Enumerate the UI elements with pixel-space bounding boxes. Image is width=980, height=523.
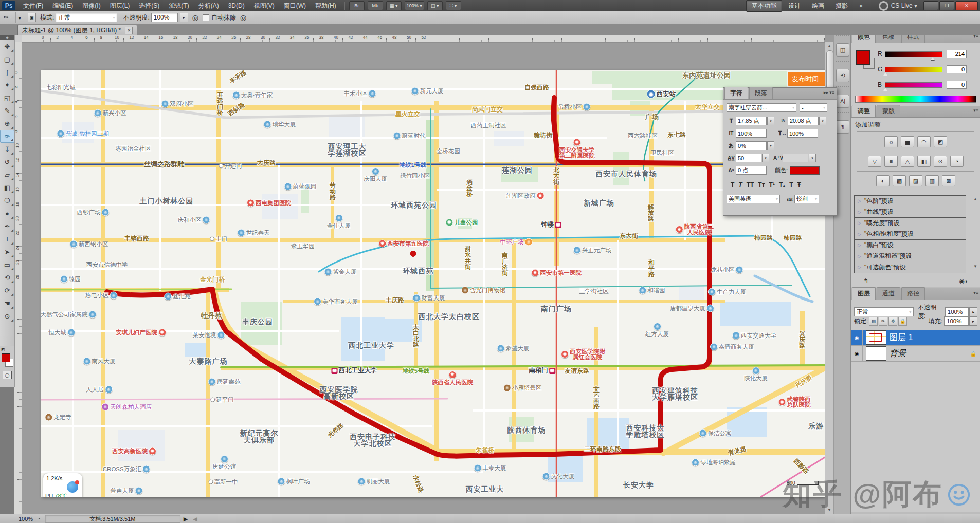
menu-帮助(H)[interactable]: 帮助(H) xyxy=(311,0,341,11)
lasso-tool[interactable]: ʃ◢ xyxy=(0,66,14,79)
hand-tool[interactable]: ☚◢ xyxy=(0,297,14,310)
expand-triangle-icon[interactable]: ▷ xyxy=(858,265,861,270)
blend-mode-select[interactable]: 正常▾ xyxy=(56,13,117,22)
adjustment-icon[interactable]: ▅ xyxy=(901,136,914,147)
preset-item[interactable]: ▷"通道混和器"预设 xyxy=(855,251,966,263)
layer-thumbnail[interactable] xyxy=(866,346,886,361)
quick-selection-tool[interactable]: ✦◢ xyxy=(0,79,14,91)
expand-triangle-icon[interactable]: ▷ xyxy=(858,242,861,248)
layer-name[interactable]: 背景 xyxy=(890,348,906,359)
slider-marker[interactable] xyxy=(883,72,887,76)
workspace-摄影[interactable]: 摄影 xyxy=(830,1,853,11)
type-style-small-caps[interactable]: Tт xyxy=(758,181,765,189)
3d-rotate-tool[interactable]: ⟲◢ xyxy=(0,271,14,284)
marquee-tool[interactable]: ▢◢ xyxy=(0,53,14,66)
appbar-icon-Br[interactable]: Br xyxy=(349,1,365,10)
layer-row-背景[interactable]: ◉背景🔒 xyxy=(851,346,980,362)
menu-选择(S)[interactable]: 选择(S) xyxy=(134,0,164,11)
preset-item[interactable]: ▷"可选颜色"预设 xyxy=(855,262,966,273)
slider-marker[interactable] xyxy=(883,88,887,91)
preset-item[interactable]: ▷"色阶"预设 xyxy=(855,196,966,207)
document-tab[interactable]: 未标题-1 @ 100% (图层 1, RGB/8) * ✕ xyxy=(17,25,137,35)
restore-button[interactable]: ❐ xyxy=(939,1,954,10)
panel-menu-icon[interactable]: ▾≡ xyxy=(973,290,978,295)
appbar-icon-Mb[interactable]: Mb xyxy=(368,1,383,10)
adjustment-icon[interactable]: ◔ xyxy=(950,156,964,167)
font-size-input[interactable]: 17.85 点 xyxy=(736,117,767,125)
menu-图像(I)[interactable]: 图像(I) xyxy=(78,0,105,11)
history-brush-tool[interactable]: ↺◢ xyxy=(0,156,14,169)
adjustment-icon[interactable]: ⊠ xyxy=(942,175,955,186)
vertical-scale-input[interactable]: 100% xyxy=(736,129,767,138)
canvas-pasteboard[interactable]: 七彩阳光城丰禾路⌂太奥·青年家⌂双府小区丰禾小区⌂⌂新元大厦西斜路开 远 门 桥… xyxy=(22,42,825,514)
brush-tool[interactable]: ✑◢ xyxy=(0,130,14,143)
adjust-tab-蒙版[interactable]: 蒙版 xyxy=(877,105,900,117)
workspace-绘画[interactable]: 绘画 xyxy=(807,1,829,11)
appbar-icon-100% ▾[interactable]: 100% ▾ xyxy=(405,1,424,10)
document-canvas-map[interactable]: 七彩阳光城丰禾路⌂太奥·青年家⌂双府小区丰禾小区⌂⌂新元大厦西斜路开 远 门 桥… xyxy=(41,70,825,497)
anti-alias-select[interactable]: 锐利▾ xyxy=(794,195,819,203)
toolbar-grip[interactable]: ◂▸ xyxy=(0,35,14,40)
language-select[interactable]: 美国英语▾ xyxy=(727,195,780,203)
expand-triangle-icon[interactable]: ▷ xyxy=(858,254,861,259)
3d-orbit-tool[interactable]: ⟳◢ xyxy=(0,284,14,297)
mini-bridge-icon[interactable]: ◫ xyxy=(836,43,849,57)
lock-icon[interactable]: ✑ xyxy=(879,317,887,326)
expand-triangle-icon[interactable]: ▷ xyxy=(858,210,861,215)
quick-mask-button[interactable]: ◯ xyxy=(3,371,12,379)
move-tool[interactable]: ✥◢ xyxy=(0,40,14,53)
foreground-color-swatch[interactable] xyxy=(2,353,10,362)
adjustment-icon[interactable]: ◠ xyxy=(917,136,931,147)
paragraph-panel-icon[interactable]: ¶ xyxy=(836,120,849,134)
expand-triangle-icon[interactable]: ▷ xyxy=(858,220,861,226)
channel-value-R[interactable]: 214 xyxy=(947,50,967,58)
menu-滤镜(T)[interactable]: 滤镜(T) xyxy=(164,0,193,11)
type-style-italic[interactable]: T xyxy=(738,181,742,189)
net-speed-widget[interactable]: 1.2K/s PU 78℃ xyxy=(43,473,82,497)
menu-窗口(W)[interactable]: 窗口(W) xyxy=(279,0,311,11)
menu-编辑(E)[interactable]: 编辑(E) xyxy=(48,0,78,11)
assistive-ball-icon[interactable] xyxy=(67,481,78,493)
tab-close-icon[interactable]: ✕ xyxy=(125,27,133,34)
layer-opacity-input[interactable]: 100% xyxy=(945,307,969,316)
opacity-slider-button[interactable]: ▸ xyxy=(180,13,188,22)
layer-blend-mode-select[interactable]: 正常▾ xyxy=(854,307,914,316)
close-button[interactable]: ✕ xyxy=(955,1,978,10)
eyedropper-tool[interactable]: ✎◢ xyxy=(0,104,14,117)
preset-item[interactable]: ▷"曝光度"预设 xyxy=(855,218,966,229)
expand-triangle-icon[interactable]: ▷ xyxy=(858,198,861,203)
preset-item[interactable]: ▷"黑白"预设 xyxy=(855,240,966,251)
workspace-设计[interactable]: 设计 xyxy=(783,1,806,11)
fill-slider-button[interactable]: ▸ xyxy=(969,316,977,326)
baseline-input[interactable]: 0 点 xyxy=(736,166,767,175)
adjust-tab-调整[interactable]: 调整 xyxy=(852,105,876,117)
minimize-button[interactable]: — xyxy=(923,1,938,10)
scroll-up-icon[interactable]: ▲ xyxy=(971,195,979,203)
preset-scrollbar[interactable]: ▲ ▼ xyxy=(971,195,979,270)
character-panel-icon[interactable]: A| xyxy=(836,95,849,108)
tracking-input[interactable]: 50 xyxy=(736,154,761,162)
type-style-all-caps[interactable]: TT xyxy=(747,181,754,189)
font-family-select[interactable]: 潮字社穿云箭...▾ xyxy=(727,103,796,112)
eraser-tool[interactable]: ▱◢ xyxy=(0,169,14,181)
text-color-swatch[interactable] xyxy=(790,166,820,175)
clone-stamp-tool[interactable]: ↧◢ xyxy=(0,143,14,156)
layers-tab-通道[interactable]: 通道 xyxy=(877,287,900,300)
opacity-slider-button[interactable]: ▸ xyxy=(969,307,977,316)
appbar-icon-▦ ▾[interactable]: ▦ ▾ xyxy=(386,1,402,10)
adjustment-icon[interactable]: ▩ xyxy=(893,175,906,186)
status-popup-arrow[interactable]: ▶ xyxy=(184,516,188,522)
airbrush-icon[interactable]: ◎ xyxy=(192,13,198,22)
blur-tool[interactable]: ❍◢ xyxy=(0,194,14,207)
expand-triangle-icon[interactable]: ▷ xyxy=(858,232,861,237)
channel-slider-R[interactable] xyxy=(885,51,942,57)
leading-input[interactable]: 20.08 点 xyxy=(788,117,819,125)
menu-3D(D)[interactable]: 3D(D) xyxy=(224,0,249,11)
type-tool[interactable]: T◢ xyxy=(0,233,14,246)
crop-tool[interactable]: ◱◢ xyxy=(0,91,14,104)
gradient-tool[interactable]: ◧◢ xyxy=(0,181,14,194)
layer-name[interactable]: 图层 1 xyxy=(890,332,913,343)
menu-视图(V)[interactable]: 视图(V) xyxy=(249,0,279,11)
layer-thumbnail[interactable] xyxy=(866,330,886,345)
panel-menu-icon[interactable]: ▸▸ ▾≡ xyxy=(824,90,834,95)
